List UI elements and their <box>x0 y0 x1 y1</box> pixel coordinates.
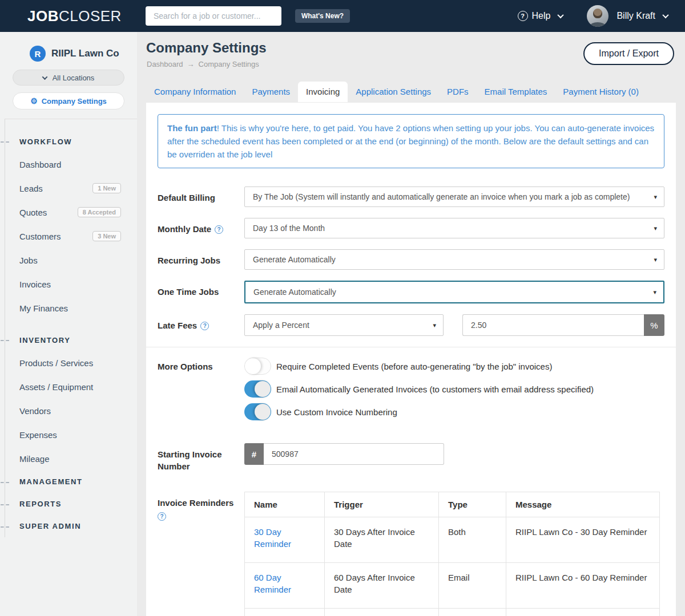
monthly-date-select[interactable]: Day 13 of the Month <box>244 218 664 238</box>
recurring-jobs-select[interactable]: Generate Automatically <box>244 249 664 270</box>
sidebar-item-label: Products / Services <box>19 358 93 368</box>
invoice-reminders-label: Invoice Reminders <box>158 492 244 616</box>
reminders-column-header: Trigger <box>325 492 439 517</box>
toggle-switch[interactable] <box>244 380 271 398</box>
sidebar: R RIIPL Lawn Co All Locations ⚙ Company … <box>0 32 137 616</box>
sidebar-item-expenses[interactable]: Expenses <box>5 423 137 447</box>
tab-email-templates[interactable]: Email Templates <box>477 82 555 102</box>
recurring-jobs-label: Recurring Jobs <box>158 249 244 270</box>
help-menu[interactable]: Help <box>518 11 563 21</box>
reminder-trigger-cell: 60 Days After Invoice Date <box>325 563 439 609</box>
sidebar-item-leads[interactable]: Leads1 New <box>5 176 137 200</box>
sidebar-item-label: Leads <box>19 184 43 193</box>
late-fees-method-select[interactable]: Apply a Percent <box>244 314 444 336</box>
tab-application-settings[interactable]: Application Settings <box>348 82 439 102</box>
toggle-label: Require Completed Events (before auto-ge… <box>276 362 552 371</box>
tab-payment-history-0[interactable]: Payment History (0) <box>555 82 647 102</box>
help-circle-icon <box>518 11 528 21</box>
sidebar-item-assets-equipment[interactable]: Assets / Equipment <box>5 375 137 399</box>
info-banner: The fun part! This is why you're here, t… <box>158 114 664 168</box>
sidebar-item-customers[interactable]: Customers3 New <box>5 224 137 248</box>
sidebar-section-reports[interactable]: REPORTS <box>5 493 137 515</box>
help-circle-icon[interactable] <box>215 225 223 234</box>
starting-invoice-label: Starting Invoice Number <box>158 443 244 472</box>
toggle-label: Use Custom Invoice Numbering <box>276 407 397 417</box>
sidebar-section-super-admin[interactable]: SUPER ADMIN <box>5 515 137 537</box>
sidebar-section-inventory[interactable]: INVENTORY <box>5 329 137 351</box>
search-input[interactable] <box>146 6 281 26</box>
sidebar-item-vendors[interactable]: Vendors <box>5 399 137 423</box>
topbar-right-group: Help Billy Kraft <box>518 5 668 27</box>
all-locations-label: All Locations <box>53 74 95 82</box>
all-locations-button[interactable]: All Locations <box>13 70 124 86</box>
company-settings-button[interactable]: ⚙ Company Settings <box>13 92 124 110</box>
sidebar-section-workflow[interactable]: WORKFLOW <box>5 131 137 152</box>
sidebar-item-my-finances[interactable]: My Finances <box>5 296 137 320</box>
reminder-name-link[interactable]: 60 Day Reminder <box>254 573 291 594</box>
one-time-jobs-select[interactable]: Generate Automatically <box>244 281 664 303</box>
starting-invoice-input[interactable] <box>264 443 444 465</box>
late-fees-amount-input[interactable] <box>462 314 644 336</box>
breadcrumb-arrow-icon: → <box>187 60 195 68</box>
top-navigation-bar: JOBCLOSER What's New? Help Billy Kraft <box>0 0 685 32</box>
chevron-down-icon[interactable] <box>662 12 668 18</box>
percent-addon: % <box>644 314 664 336</box>
reminder-type-cell: SMS Message <box>439 609 506 616</box>
section-divider <box>146 347 676 347</box>
sidebar-item-label: Quotes <box>19 208 47 217</box>
default-billing-select[interactable]: By The Job (System will instantly and au… <box>244 187 664 207</box>
sidebar-item-quotes[interactable]: Quotes8 Accepted <box>5 200 137 224</box>
help-circle-icon[interactable] <box>158 512 166 521</box>
tab-payments[interactable]: Payments <box>244 82 298 102</box>
info-banner-bold: The fun part <box>167 123 217 133</box>
reminder-message-cell: RIIPL Lawn Co - 30 Day Reminder <box>506 517 660 563</box>
starting-invoice-group: # <box>244 443 444 465</box>
sidebar-item-jobs[interactable]: Jobs <box>5 248 137 272</box>
sidebar-item-label: Mileage <box>19 454 50 464</box>
sidebar-item-dashboard[interactable]: Dashboard <box>5 152 137 176</box>
one-time-jobs-row: One Time Jobs Generate Automatically <box>158 281 664 303</box>
tab-pdfs[interactable]: PDFs <box>439 82 477 102</box>
invoice-reminders-row: Invoice Reminders NameTriggerTypeMessage… <box>158 492 664 616</box>
reminder-name-link[interactable]: 30 Day Reminder <box>254 527 291 549</box>
sidebar-item-badge: 3 New <box>92 231 121 241</box>
user-avatar[interactable] <box>587 5 609 27</box>
tab-company-information[interactable]: Company Information <box>146 82 244 102</box>
sidebar-section-management[interactable]: MANAGEMENT <box>5 471 137 493</box>
sidebar-item-products-services[interactable]: Products / Services <box>5 351 137 375</box>
breadcrumb: Dashboard → Company Settings <box>147 60 259 68</box>
sidebar-item-label: Vendors <box>19 406 51 416</box>
logo-bold-text: JOB <box>27 7 59 25</box>
toggle-switch[interactable] <box>244 403 271 420</box>
sidebar-item-mileage[interactable]: Mileage <box>5 447 137 471</box>
reminders-column-header: Type <box>439 492 506 517</box>
more-options-label: More Options <box>158 358 244 426</box>
sidebar-item-label: Assets / Equipment <box>19 382 93 392</box>
chevron-down-icon <box>558 12 564 18</box>
starting-invoice-row: Starting Invoice Number # <box>158 443 664 472</box>
page-title: Company Settings <box>146 40 267 56</box>
sidebar-item-invoices[interactable]: Invoices <box>5 272 137 296</box>
reminder-type-cell: Email <box>439 563 506 609</box>
reminder-trigger-cell: 30 Days After Invoice Date <box>325 517 439 563</box>
sidebar-item-label: Expenses <box>19 430 57 440</box>
tab-invoicing[interactable]: Invoicing <box>298 82 348 102</box>
reminder-message-cell: Please contact us to pay your invoice! <box>506 609 660 616</box>
hash-addon: # <box>244 443 264 465</box>
company-logo: R <box>30 46 46 62</box>
monthly-date-row: Monthly Date Day 13 of the Month <box>158 218 664 238</box>
company-settings-label: Company Settings <box>42 97 107 106</box>
app-logo: JOBCLOSER <box>27 7 122 25</box>
import-export-button[interactable]: Import / Export <box>583 42 674 65</box>
breadcrumb-dashboard[interactable]: Dashboard <box>147 60 183 68</box>
table-row: 30 Day Reminder30 Days After Invoice Dat… <box>245 517 660 563</box>
toggle-knob <box>255 404 271 420</box>
table-row: 60 Day Reminder60 Days After Invoice Dat… <box>245 563 660 609</box>
default-billing-value: By The Job (System will instantly and au… <box>253 192 630 201</box>
whats-new-button[interactable]: What's New? <box>295 9 350 23</box>
settings-tabs: Company InformationPaymentsInvoicingAppl… <box>146 82 647 102</box>
sidebar-item-label: Customers <box>19 232 61 241</box>
toggle-switch[interactable] <box>244 358 271 375</box>
monthly-date-value: Day 13 of the Month <box>253 224 325 233</box>
help-circle-icon[interactable] <box>200 322 209 330</box>
